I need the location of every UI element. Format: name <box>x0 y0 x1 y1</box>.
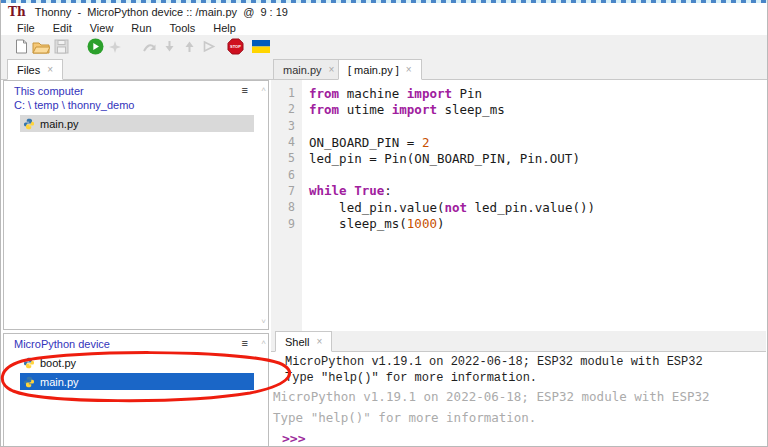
tab-shell[interactable]: Shell × <box>275 331 332 352</box>
debug-icon <box>105 37 125 57</box>
code-line: 7while True: <box>271 183 766 199</box>
line-number: 7 <box>271 184 302 198</box>
scroll-up-icon[interactable]: ˄ <box>261 338 266 347</box>
file-name: boot.py <box>40 357 76 369</box>
shell-line: MicroPython v1.19.1 on 2022-06-18; ESP32… <box>273 355 766 371</box>
python-file-icon <box>23 118 35 130</box>
close-icon[interactable]: × <box>329 65 335 75</box>
this-computer-header: This computer <box>14 85 84 97</box>
shell-line: Type "help()" for more information. <box>273 407 766 428</box>
code-line: 8 led_pin.value(not led_pin.value()) <box>271 199 766 215</box>
code-line: 4ON_BOARD_PIN = 2 <box>271 134 766 150</box>
stop-label: STOP <box>230 44 241 49</box>
shell-line: Type "help()" for more information. <box>273 371 766 387</box>
file-row-main-py[interactable]: main.py <box>20 115 254 132</box>
window-title: Thonny - MicroPython device :: /main.py … <box>35 6 288 18</box>
shell-prompt[interactable]: >>> <box>273 431 766 446</box>
panel-menu-icon[interactable]: ≡ <box>242 85 248 95</box>
thonny-window: Th Thonny - MicroPython device :: /main.… <box>0 0 768 447</box>
line-number: 6 <box>271 168 302 182</box>
line-number: 9 <box>271 217 302 231</box>
file-name: main.py <box>40 376 79 388</box>
code-line: 6 <box>271 166 766 182</box>
shell-line: MicroPython v1.19.1 on 2022-06-18; ESP32… <box>273 386 766 407</box>
close-icon[interactable]: × <box>406 65 412 75</box>
code-line: 1from machine import Pin <box>271 85 766 101</box>
resume-icon <box>199 37 219 57</box>
tab-label: [ main.py ] <box>348 64 399 76</box>
close-icon[interactable]: × <box>316 337 322 347</box>
tab-shell-label: Shell <box>285 336 309 348</box>
open-file-icon[interactable] <box>31 37 51 57</box>
python-file-icon <box>23 376 35 388</box>
close-icon[interactable]: × <box>47 65 53 75</box>
code-line: 3 <box>271 118 766 134</box>
save-icon <box>51 37 71 57</box>
line-number: 3 <box>271 119 302 133</box>
files-panel-this-computer: This computer ≡ C: \ temp \ thonny_demo … <box>3 80 269 330</box>
top-tab-strip: Files × main.py × [ main.py ] × <box>1 58 767 80</box>
panel-menu-icon[interactable]: ≡ <box>242 338 248 348</box>
line-number: 5 <box>271 151 302 165</box>
tab-editor-local-main[interactable]: main.py × <box>273 59 344 80</box>
code-line: 9 sleep_ms(1000) <box>271 215 766 231</box>
code-line: 2from utime import sleep_ms <box>271 101 766 117</box>
device-header: MicroPython device <box>14 338 110 350</box>
code-lines: 1from machine import Pin2from utime impo… <box>271 85 766 232</box>
scroll-up-icon[interactable]: ˄ <box>261 85 266 94</box>
menu-edit[interactable]: Edit <box>44 22 81 34</box>
line-number: 1 <box>271 86 302 100</box>
shell-tab-strip: Shell × <box>271 331 766 352</box>
file-row-main-py-device[interactable]: main.py <box>20 373 254 390</box>
menu-view[interactable]: View <box>81 22 123 34</box>
run-icon[interactable] <box>85 37 105 57</box>
ukraine-flag-icon[interactable] <box>251 37 271 57</box>
menu-tools[interactable]: Tools <box>161 22 205 34</box>
tab-files[interactable]: Files × <box>7 59 63 80</box>
shell-output: MicroPython v1.19.1 on 2022-06-18; ESP32… <box>273 355 766 428</box>
file-name: main.py <box>40 118 79 130</box>
files-panel-micropython-device: MicroPython device ≡ boot.py main.py ˄ <box>3 333 269 446</box>
code-editor[interactable]: 1from machine import Pin2from utime impo… <box>271 80 766 331</box>
menu-help[interactable]: Help <box>204 22 245 34</box>
toolbar: STOP <box>1 35 767 58</box>
menu-run[interactable]: Run <box>122 22 160 34</box>
code-line: 5led_pin = Pin(ON_BOARD_PIN, Pin.OUT) <box>271 150 766 166</box>
new-file-icon[interactable] <box>11 37 31 57</box>
menu-bar: File Edit View Run Tools Help <box>1 20 767 35</box>
current-path: C: \ temp \ thonny_demo <box>4 97 268 111</box>
file-row-boot-py[interactable]: boot.py <box>20 354 254 371</box>
title-bar: Th Thonny - MicroPython device :: /main.… <box>1 3 767 20</box>
step-into-icon <box>159 37 179 57</box>
scroll-down-icon[interactable]: ˅ <box>261 317 266 326</box>
step-out-icon <box>179 37 199 57</box>
line-number: 8 <box>271 200 302 214</box>
step-over-icon <box>139 37 159 57</box>
thonny-logo-icon: Th <box>8 6 26 18</box>
line-number: 4 <box>271 135 302 149</box>
tab-editor-device-main[interactable]: [ main.py ] × <box>338 59 422 80</box>
python-file-icon <box>23 357 35 369</box>
menu-file[interactable]: File <box>8 22 44 34</box>
tab-files-label: Files <box>17 64 40 76</box>
tab-label: main.py <box>283 64 322 76</box>
stop-icon[interactable]: STOP <box>225 37 245 57</box>
shell-panel[interactable]: MicroPython v1.19.1 on 2022-06-18; ESP32… <box>271 352 766 445</box>
line-number: 2 <box>271 102 302 116</box>
